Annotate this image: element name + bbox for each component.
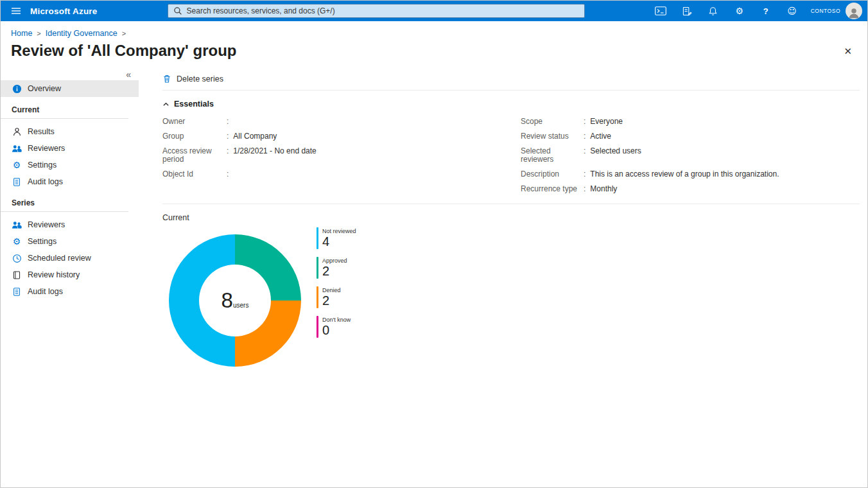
close-icon[interactable]: ✕	[844, 46, 852, 57]
field-label: Group	[162, 132, 227, 141]
global-search[interactable]	[168, 4, 585, 18]
delete-series-label: Delete series	[177, 74, 223, 83]
topbar: Microsoft Azure ⚙ ? ☺ CONTOSO	[1, 1, 867, 21]
legend-color-bar	[317, 286, 318, 308]
field-label: Selected reviewers	[521, 147, 584, 164]
sidebar-item-series-settings[interactable]: ⚙ Settings	[1, 233, 139, 250]
sidebar-collapse-icon[interactable]: «	[126, 70, 131, 79]
field-colon	[584, 185, 586, 193]
clock-icon	[12, 253, 22, 263]
sidebar-item-label: Audit logs	[28, 177, 63, 186]
menu-icon[interactable]	[7, 1, 25, 21]
sidebar-item-label: Review history	[28, 270, 80, 279]
field-colon	[227, 118, 229, 126]
field-label: Scope	[521, 118, 584, 126]
legend-color-bar	[317, 227, 318, 249]
field-value: 1/28/2021 - No end date	[233, 147, 316, 164]
breadcrumb-identity-governance[interactable]: Identity Governance	[46, 29, 117, 38]
sidebar-item-label: Reviewers	[28, 144, 65, 153]
topbar-icons: ⚙ ? ☺	[655, 5, 798, 17]
sidebar-item-results[interactable]: Results	[1, 123, 139, 140]
legend-label: Denied	[322, 286, 341, 293]
app-title[interactable]: Microsoft Azure	[30, 6, 98, 16]
breadcrumb: Home > Identity Governance >	[1, 21, 867, 38]
settings-gear-icon[interactable]: ⚙	[734, 5, 745, 17]
sidebar-item-audit-logs[interactable]: Audit logs	[1, 173, 139, 190]
chevron-up-icon	[162, 101, 169, 108]
cloud-shell-icon[interactable]	[655, 5, 666, 17]
donut-total-unit: users	[233, 302, 248, 309]
avatar[interactable]	[846, 3, 862, 19]
legend-value: 0	[322, 323, 351, 338]
field-recurrence-type: Recurrence typeMonthly	[521, 185, 779, 193]
essentials-toggle[interactable]: Essentials	[162, 100, 860, 109]
field-value: Everyone	[590, 118, 623, 126]
azure-portal-window: Microsoft Azure ⚙ ? ☺ CONTOSO	[0, 0, 868, 488]
delete-series-button[interactable]: Delete series	[162, 73, 229, 85]
page-title: Review of 'All Company' group	[11, 42, 236, 60]
donut-total-value: 8	[221, 288, 233, 313]
sidebar-item-label: Settings	[28, 161, 56, 170]
field-colon	[227, 147, 229, 164]
field-label: Owner	[162, 118, 227, 126]
field-colon	[584, 170, 586, 179]
breadcrumb-separator: >	[37, 30, 40, 37]
info-icon	[12, 83, 22, 94]
gear-icon: ⚙	[12, 160, 22, 170]
sidebar-item-label: Reviewers	[28, 220, 65, 229]
field-scope: ScopeEveryone	[521, 118, 779, 126]
book-icon	[12, 270, 22, 280]
field-object-id: Object Id	[162, 170, 521, 179]
sidebar-item-label: Settings	[28, 237, 56, 246]
legend-color-bar	[317, 257, 318, 279]
legend-label: Don't know	[322, 316, 351, 323]
essentials-title: Essentials	[174, 100, 214, 109]
field-value: All Company	[233, 132, 277, 141]
sidebar-item-review-history[interactable]: Review history	[1, 266, 139, 283]
person-icon	[12, 126, 22, 137]
field-owner: Owner	[162, 118, 521, 126]
help-icon[interactable]: ?	[760, 5, 772, 17]
chart-section-title: Current	[162, 213, 860, 222]
field-description: DescriptionThis is an access review of a…	[521, 170, 779, 179]
sidebar-section-series: Series	[1, 190, 139, 211]
breadcrumb-home[interactable]: Home	[11, 29, 32, 38]
trash-icon	[162, 74, 171, 83]
field-group: GroupAll Company	[162, 132, 521, 141]
legend-color-bar	[317, 316, 318, 338]
breadcrumb-separator: >	[122, 30, 126, 37]
people-icon	[12, 143, 22, 153]
field-selected-reviewers: Selected reviewersSelected users	[521, 147, 779, 164]
field-label: Object Id	[162, 170, 227, 179]
sidebar-item-series-audit-logs[interactable]: Audit logs	[1, 283, 139, 300]
sidebar-item-overview[interactable]: Overview	[1, 80, 139, 97]
field-value: Selected users	[590, 147, 641, 164]
directory-filter-icon[interactable]	[681, 5, 693, 17]
field-colon	[227, 132, 229, 141]
tenant-label: CONTOSO	[811, 8, 840, 14]
field-colon	[227, 170, 229, 179]
field-colon	[584, 147, 586, 164]
essentials-grid: Owner GroupAll Company Access review per…	[162, 118, 860, 193]
people-icon	[12, 220, 22, 230]
notifications-bell-icon[interactable]	[707, 5, 719, 17]
sidebar-item-label: Results	[28, 127, 55, 136]
field-colon	[584, 118, 586, 126]
field-label: Description	[521, 170, 584, 179]
legend-item: Denied 2	[317, 286, 356, 308]
sidebar-section-divider	[1, 211, 128, 212]
legend-item: Not reviewed 4	[317, 227, 356, 249]
sidebar-section-divider	[1, 118, 128, 119]
account-area[interactable]: CONTOSO	[811, 3, 862, 19]
sidebar-item-reviewers[interactable]: Reviewers	[1, 140, 139, 157]
field-review-status: Review statusActive	[521, 132, 779, 141]
sidebar-section-current: Current	[1, 97, 139, 118]
sidebar-item-series-reviewers[interactable]: Reviewers	[1, 216, 139, 233]
sidebar-item-settings[interactable]: ⚙ Settings	[1, 157, 139, 173]
command-bar: Delete series	[162, 67, 860, 90]
search-input[interactable]	[187, 6, 579, 15]
sidebar-item-scheduled-review[interactable]: Scheduled review	[1, 250, 139, 266]
field-label: Review status	[521, 132, 584, 141]
feedback-smiley-icon[interactable]: ☺	[786, 5, 798, 17]
donut-center: 8 users	[199, 265, 271, 336]
